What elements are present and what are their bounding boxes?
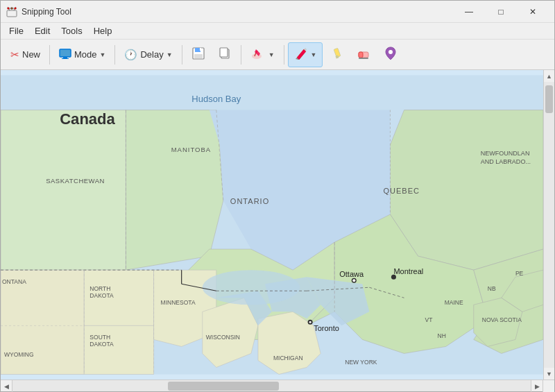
window-title: Snipping Tool <box>22 7 453 17</box>
svg-point-6 <box>15 7 17 9</box>
scroll-track-horizontal[interactable] <box>12 380 531 391</box>
minimize-button[interactable]: — <box>453 1 485 23</box>
eraser-button[interactable] <box>350 42 377 67</box>
copy-icon <box>218 46 232 62</box>
svg-text:SASKATCHEWAN: SASKATCHEWAN <box>46 177 105 185</box>
svg-rect-20 <box>359 52 363 58</box>
mode-button[interactable]: Mode ▼ <box>53 42 111 67</box>
delay-dropdown-arrow: ▼ <box>166 51 173 58</box>
svg-text:QUEBEC: QUEBEC <box>383 187 420 195</box>
delay-label: Delay <box>140 49 163 60</box>
svg-text:MANITOBA: MANITOBA <box>171 146 212 153</box>
pen-tool-button[interactable]: ▼ <box>288 42 323 67</box>
svg-rect-21 <box>359 58 368 59</box>
svg-text:MAINE: MAINE <box>445 299 463 306</box>
svg-text:Montreal: Montreal <box>393 267 423 275</box>
scroll-right-arrow[interactable]: ▶ <box>531 380 543 392</box>
svg-text:AND LABRADO...: AND LABRADO... <box>481 158 531 165</box>
svg-point-22 <box>388 50 393 54</box>
svg-point-5 <box>11 7 13 9</box>
svg-rect-15 <box>220 48 228 57</box>
svg-text:MICHIGAN: MICHIGAN <box>273 355 303 362</box>
mode-label: Mode <box>74 49 97 60</box>
svg-text:WYOMING: WYOMING <box>4 351 34 358</box>
pen-erase-icon <box>250 46 266 62</box>
location-pin-button[interactable] <box>378 42 403 67</box>
svg-marker-35 <box>84 325 153 374</box>
menu-edit[interactable]: Edit <box>29 24 56 37</box>
menu-bar: File Edit Tools Help <box>1 23 554 40</box>
window-controls: — □ ✕ <box>453 1 549 23</box>
scroll-thumb-vertical[interactable] <box>545 85 553 113</box>
svg-rect-11 <box>195 48 200 52</box>
svg-rect-0 <box>7 10 17 17</box>
vertical-scrollbar[interactable]: ▲ ▼ <box>543 70 554 380</box>
scroll-up-arrow[interactable]: ▲ <box>544 70 555 82</box>
menu-file[interactable]: File <box>3 24 29 37</box>
location-pin-icon <box>384 46 398 63</box>
svg-text:ONTARIO: ONTARIO <box>230 197 269 205</box>
svg-rect-12 <box>200 48 201 51</box>
new-label: New <box>22 49 40 60</box>
svg-rect-9 <box>62 58 69 59</box>
new-button[interactable]: ✂ New <box>5 42 46 67</box>
svg-point-79 <box>309 321 311 323</box>
svg-marker-33 <box>1 270 84 374</box>
map-container[interactable]: Hudson Bay Canada MANITOBA SASKATCHEWAN … <box>1 70 543 380</box>
eraser-icon <box>356 46 371 62</box>
delay-button[interactable]: 🕐 Delay ▼ <box>119 42 178 67</box>
svg-text:NEWFOUNDLAN: NEWFOUNDLAN <box>481 150 530 157</box>
scroll-left-arrow[interactable]: ◀ <box>1 380 12 392</box>
svg-rect-7 <box>60 49 71 57</box>
svg-text:Toronto: Toronto <box>314 324 339 332</box>
svg-text:Canada: Canada <box>60 110 115 128</box>
mode-dropdown-arrow: ▼ <box>100 51 106 58</box>
svg-text:VT: VT <box>425 316 433 323</box>
save-button[interactable] <box>186 42 211 67</box>
scroll-thumb-horizontal[interactable] <box>168 382 279 391</box>
pen-erase-group[interactable]: ▼ <box>245 42 280 67</box>
scroll-down-arrow[interactable]: ▼ <box>544 368 555 380</box>
pen-tool-dropdown: ▼ <box>311 51 317 58</box>
svg-marker-24 <box>1 110 126 271</box>
svg-text:MINNESOTA: MINNESOTA <box>161 299 196 306</box>
toolbar: ✂ New Mode ▼ 🕐 Delay ▼ <box>1 40 554 70</box>
main-window: Snipping Tool — □ ✕ File Edit Tools Help… <box>0 0 555 392</box>
svg-text:NEW YORK: NEW YORK <box>345 359 377 366</box>
separator-3 <box>182 45 182 65</box>
svg-text:DAKOTA: DAKOTA <box>89 292 114 299</box>
content-area: Hudson Bay Canada MANITOBA SASKATCHEWAN … <box>1 70 554 380</box>
clock-icon: 🕐 <box>124 49 137 61</box>
svg-rect-13 <box>194 54 203 58</box>
svg-text:NORTH: NORTH <box>89 285 110 292</box>
map-svg: Hudson Bay Canada MANITOBA SASKATCHEWAN … <box>1 70 543 380</box>
svg-text:DAKOTA: DAKOTA <box>89 341 114 348</box>
close-button[interactable]: ✕ <box>517 1 549 23</box>
pen-erase-dropdown: ▼ <box>268 51 275 58</box>
svg-text:PE: PE <box>515 270 524 277</box>
svg-text:SOUTH: SOUTH <box>89 334 110 341</box>
svg-point-16 <box>252 53 262 59</box>
svg-rect-8 <box>63 57 67 58</box>
maximize-button[interactable]: □ <box>485 1 517 23</box>
highlighter-icon <box>330 46 343 62</box>
copy-button[interactable] <box>212 42 237 67</box>
svg-marker-25 <box>126 110 223 271</box>
svg-point-4 <box>8 7 10 9</box>
save-icon <box>191 46 205 62</box>
svg-point-42 <box>203 270 300 305</box>
svg-text:NH: NH <box>438 332 446 339</box>
svg-text:WISCONSIN: WISCONSIN <box>206 334 240 341</box>
separator-4 <box>241 45 241 65</box>
separator-5 <box>284 45 284 65</box>
menu-help[interactable]: Help <box>88 24 118 37</box>
svg-text:NB: NB <box>488 285 496 292</box>
highlighter-button[interactable] <box>324 42 349 67</box>
separator-2 <box>114 45 115 65</box>
horizontal-scrollbar-area: ◀ ▶ <box>1 380 554 391</box>
svg-text:ONTANA: ONTANA <box>2 278 26 285</box>
menu-tools[interactable]: Tools <box>56 24 87 37</box>
app-icon <box>6 6 17 17</box>
scroll-track-vertical[interactable] <box>544 82 554 368</box>
title-bar: Snipping Tool — □ ✕ <box>1 1 554 23</box>
